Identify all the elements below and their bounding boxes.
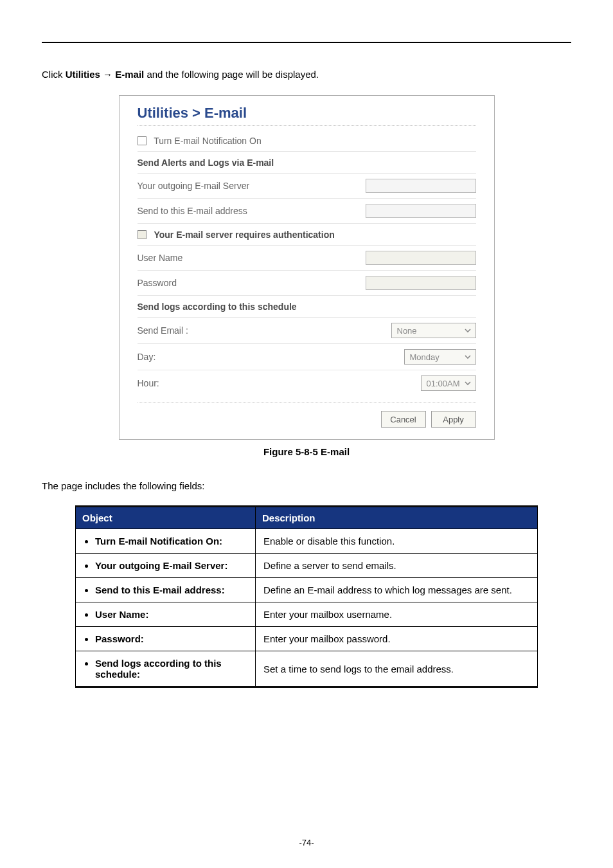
row-section1: Send Alerts and Logs via E-mail — [138, 152, 476, 174]
th-object: Object — [76, 507, 256, 529]
chevron-down-icon — [464, 379, 472, 387]
row-day: Day: Monday — [138, 344, 476, 370]
label-day: Day: — [138, 352, 156, 362]
table-row: User Name: Enter your mailbox username. — [76, 602, 538, 627]
select-sendemail-value: None — [397, 326, 417, 336]
button-row: Cancel Apply — [138, 402, 476, 428]
top-rule — [42, 42, 571, 43]
label-sendemail: Send Email : — [138, 325, 188, 336]
row-turn-on: Turn E-mail Notification On — [138, 130, 476, 152]
intro-arrow: → — [100, 69, 115, 80]
label-auth: Your E-mail server requires authenticati… — [154, 230, 334, 240]
desc-cell: Define an E-mail address to which log me… — [256, 578, 538, 602]
cancel-button[interactable]: Cancel — [381, 411, 426, 428]
label-password: Password — [138, 278, 177, 288]
section-schedule: Send logs according to this schedule — [138, 302, 297, 312]
chevron-down-icon — [464, 327, 472, 334]
obj-cell: Your outgoing E-mail Server: — [95, 560, 247, 571]
obj-cell: Send to this E-mail address: — [95, 584, 247, 595]
input-username[interactable] — [366, 251, 476, 265]
row-username: User Name — [138, 246, 476, 271]
table-row: Your outgoing E-mail Server: Define a se… — [76, 554, 538, 578]
select-hour-value: 01:00AM — [427, 379, 460, 388]
label-sendto: Send to this E-mail address — [138, 206, 247, 216]
chevron-down-icon — [464, 353, 472, 361]
table-row: Send logs according to this schedule: Se… — [76, 651, 538, 687]
obj-cell: User Name: — [95, 609, 247, 620]
label-hour: Hour: — [138, 378, 159, 388]
table-row: Password: Enter your mailbox password. — [76, 627, 538, 651]
desc-cell: Set a time to send logs to the email add… — [256, 651, 538, 687]
desc-cell: Enter your mailbox password. — [256, 627, 538, 651]
select-day[interactable]: Monday — [404, 349, 476, 365]
label-username: User Name — [138, 253, 183, 263]
apply-button[interactable]: Apply — [431, 411, 476, 428]
row-auth: Your E-mail server requires authenticati… — [138, 224, 476, 246]
select-hour[interactable]: 01:00AM — [421, 375, 476, 391]
row-sendemail: Send Email : None — [138, 318, 476, 344]
panel-title: Utilities > E-mail — [138, 105, 476, 126]
table-row: Send to this E-mail address: Define an E… — [76, 578, 538, 602]
obj-cell: Password: — [95, 633, 247, 644]
row-password: Password — [138, 271, 476, 296]
intro-prefix: Click — [42, 69, 66, 80]
intro-bold-utilities: Utilities — [66, 69, 100, 80]
description-table: Object Description Turn E-mail Notificat… — [75, 505, 538, 688]
section-alerts: Send Alerts and Logs via E-mail — [138, 158, 274, 168]
th-description: Description — [256, 507, 538, 529]
fields-intro: The page includes the following fields: — [42, 480, 571, 491]
input-outgoing[interactable] — [366, 179, 476, 193]
obj-cell: Send logs according to this schedule: — [95, 658, 247, 680]
label-turn-on: Turn E-mail Notification On — [154, 136, 262, 146]
checkbox-turn-on[interactable] — [138, 136, 147, 145]
intro-suffix: and the following page will be displayed… — [144, 69, 319, 80]
desc-cell: Define a server to send emails. — [256, 554, 538, 578]
intro-bold-email: E-mail — [115, 69, 144, 80]
desc-cell: Enable or disable this function. — [256, 529, 538, 554]
input-sendto[interactable] — [366, 204, 476, 218]
label-outgoing: Your outgoing E-mail Server — [138, 181, 250, 191]
figure-caption: Figure 5-8-5 E-mail — [42, 446, 571, 457]
select-day-value: Monday — [410, 352, 440, 362]
table-row: Turn E-mail Notification On: Enable or d… — [76, 529, 538, 554]
intro-text: Click Utilities → E-mail and the followi… — [42, 69, 571, 80]
row-hour: Hour: 01:00AM — [138, 370, 476, 396]
obj-cell: Turn E-mail Notification On: — [95, 536, 247, 547]
row-section2: Send logs according to this schedule — [138, 296, 476, 318]
page-number: -74- — [0, 838, 613, 847]
input-password[interactable] — [366, 276, 476, 290]
row-sendto: Send to this E-mail address — [138, 199, 476, 224]
row-outgoing: Your outgoing E-mail Server — [138, 174, 476, 199]
checkbox-auth[interactable] — [138, 230, 147, 239]
select-sendemail[interactable]: None — [391, 323, 476, 338]
desc-cell: Enter your mailbox username. — [256, 602, 538, 627]
email-settings-panel: Utilities > E-mail Turn E-mail Notificat… — [119, 95, 495, 440]
